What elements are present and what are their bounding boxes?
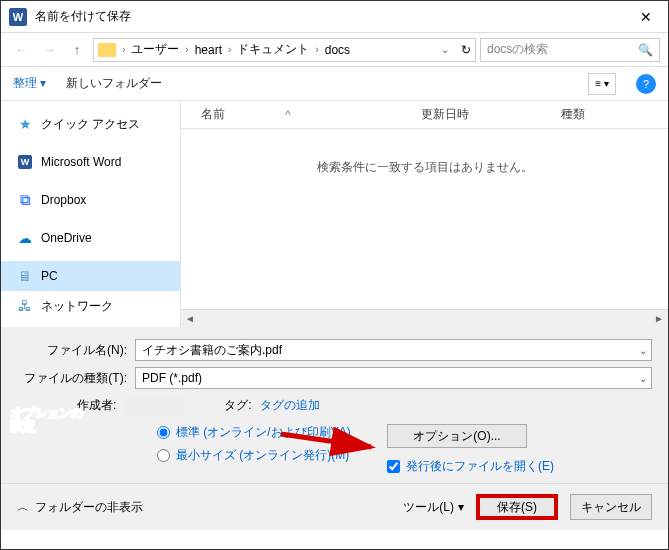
refresh-button[interactable]: ↻ <box>461 43 471 57</box>
hide-folders-label: フォルダーの非表示 <box>35 499 143 516</box>
sidebar-item-dropbox[interactable]: ⧉Dropbox <box>1 185 180 215</box>
path-seg[interactable]: ドキュメント <box>233 41 313 58</box>
folder-icon <box>98 43 116 57</box>
filename-label: ファイル名(N): <box>17 342 127 359</box>
search-placeholder: docsの検索 <box>487 41 548 58</box>
radio-label: 最小サイズ (オンライン発行)(M) <box>176 447 349 464</box>
radio-input[interactable] <box>157 449 170 462</box>
filename-value: イチオシ書籍のご案内.pdf <box>142 342 282 359</box>
sidebar-item-word[interactable]: WMicrosoft Word <box>1 147 180 177</box>
filetype-select[interactable]: PDF (*.pdf)⌄ <box>135 367 652 389</box>
dropdown-icon: ▾ <box>458 500 464 514</box>
optimize-minimum-radio[interactable]: 最小サイズ (オンライン発行)(M) <box>47 447 357 464</box>
search-icon: 🔍 <box>638 43 653 57</box>
breadcrumb[interactable]: › ユーザー › heart › ドキュメント › docs ⌄ ↻ <box>93 38 476 62</box>
chevron-icon: › <box>228 44 231 55</box>
word-icon: W <box>17 154 33 170</box>
radio-label: 標準 (オンライン/および印刷)(A) <box>176 424 351 441</box>
chevron-icon: › <box>122 44 125 55</box>
sidebar: ★クイック アクセス WMicrosoft Word ⧉Dropbox ☁One… <box>1 101 181 327</box>
author-value[interactable] <box>124 398 184 414</box>
dropdown-icon[interactable]: ⌄ <box>639 345 647 356</box>
sidebar-item-onedrive[interactable]: ☁OneDrive <box>1 223 180 253</box>
radio-input[interactable] <box>157 426 170 439</box>
sidebar-item-label: Microsoft Word <box>41 155 121 169</box>
filename-input[interactable]: イチオシ書籍のご案内.pdf⌄ <box>135 339 652 361</box>
back-button[interactable]: ← <box>9 38 33 62</box>
new-folder-button[interactable]: 新しいフォルダー <box>66 75 162 92</box>
horizontal-scrollbar[interactable]: ◄ ► <box>181 309 668 327</box>
tag-label: タグ: <box>224 397 251 414</box>
column-headers[interactable]: 名前^ 更新日時 種類 <box>181 101 668 129</box>
pc-icon: 🖥 <box>17 268 33 284</box>
scroll-right-icon[interactable]: ► <box>650 313 668 324</box>
filetype-label: ファイルの種類(T): <box>17 370 127 387</box>
cancel-button[interactable]: キャンセル <box>570 494 652 520</box>
author-label: 作成者: <box>77 397 116 414</box>
optimize-standard-radio[interactable]: 標準 (オンライン/および印刷)(A) <box>47 424 357 441</box>
search-input[interactable]: docsの検索 🔍 <box>480 38 660 62</box>
close-button[interactable]: ✕ <box>624 1 668 32</box>
options-button[interactable]: オプション(O)... <box>387 424 527 448</box>
path-seg[interactable]: ユーザー <box>127 41 183 58</box>
sidebar-item-network[interactable]: 🖧ネットワーク <box>1 291 180 321</box>
add-tag-link[interactable]: タグの追加 <box>260 397 320 414</box>
onedrive-icon: ☁ <box>17 230 33 246</box>
chevron-up-icon: ︿ <box>17 499 29 516</box>
chevron-icon: › <box>315 44 318 55</box>
hide-folders-toggle[interactable]: ︿ フォルダーの非表示 <box>17 499 143 516</box>
dropbox-icon: ⧉ <box>17 192 33 208</box>
path-seg[interactable]: heart <box>191 43 226 57</box>
sidebar-item-label: OneDrive <box>41 231 92 245</box>
window-title: 名前を付けて保存 <box>35 8 624 25</box>
organize-menu[interactable]: 整理 ▾ <box>13 75 46 92</box>
sidebar-item-label: クイック アクセス <box>41 116 140 133</box>
filetype-value: PDF (*.pdf) <box>142 371 202 385</box>
checkbox-label: 発行後にファイルを開く(E) <box>406 458 554 475</box>
sidebar-item-quick-access[interactable]: ★クイック アクセス <box>1 109 180 139</box>
path-seg[interactable]: docs <box>321 43 354 57</box>
tools-label: ツール(L) <box>403 499 454 516</box>
help-button[interactable]: ? <box>636 74 656 94</box>
up-button[interactable]: ↑ <box>65 38 89 62</box>
view-options-button[interactable]: ≡ ▾ <box>588 73 616 95</box>
dropdown-icon[interactable]: ⌄ <box>639 373 647 384</box>
tools-menu[interactable]: ツール(L) ▾ <box>403 499 464 516</box>
scroll-left-icon[interactable]: ◄ <box>181 313 199 324</box>
sort-icon: ^ <box>285 108 291 122</box>
save-button[interactable]: 保存(S) <box>476 494 558 520</box>
col-date[interactable]: 更新日時 <box>421 106 561 123</box>
network-icon: 🖧 <box>17 298 33 314</box>
star-icon: ★ <box>17 116 33 132</box>
forward-button[interactable]: → <box>37 38 61 62</box>
col-type[interactable]: 種類 <box>561 106 585 123</box>
col-name[interactable]: 名前 <box>201 106 225 123</box>
word-app-icon: W <box>9 8 27 26</box>
sidebar-item-label: Dropbox <box>41 193 86 207</box>
open-after-checkbox[interactable]: 発行後にファイルを開く(E) <box>387 458 554 475</box>
empty-message: 検索条件に一致する項目はありません。 <box>181 129 668 309</box>
chevron-icon: › <box>185 44 188 55</box>
checkbox-input[interactable] <box>387 460 400 473</box>
path-dropdown-icon[interactable]: ⌄ <box>441 44 449 55</box>
sidebar-item-label: ネットワーク <box>41 298 113 315</box>
sidebar-item-pc[interactable]: 🖥PC <box>1 261 180 291</box>
sidebar-item-label: PC <box>41 269 58 283</box>
